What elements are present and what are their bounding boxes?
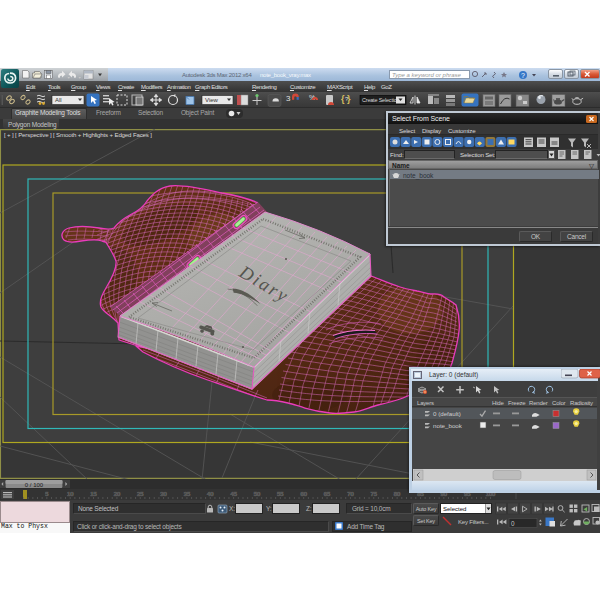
svg-text:35: 35 <box>184 491 190 497</box>
svg-text:40: 40 <box>207 491 213 497</box>
svg-text:[ + ] [ Perspective ] [ Smooth: [ + ] [ Perspective ] [ Smooth + Highlig… <box>4 131 152 138</box>
svg-text:25: 25 <box>137 491 143 497</box>
svg-text:75: 75 <box>371 491 377 497</box>
svg-text:20: 20 <box>114 491 120 497</box>
svg-text:0 / 100: 0 / 100 <box>25 482 44 488</box>
svg-text:50: 50 <box>254 491 260 497</box>
svg-text:30: 30 <box>160 491 166 497</box>
svg-text:?: ? <box>521 72 525 79</box>
svg-text:80: 80 <box>394 491 400 497</box>
svg-text:0 (default): 0 (default) <box>433 410 461 417</box>
svg-text:View: View <box>205 97 219 103</box>
svg-text:0: 0 <box>511 520 515 527</box>
svg-text:5: 5 <box>45 491 48 497</box>
svg-text:10: 10 <box>67 491 73 497</box>
svg-text:45: 45 <box>230 491 236 497</box>
svg-text:Key Filters...: Key Filters... <box>458 519 489 525</box>
svg-text:15: 15 <box>90 491 96 497</box>
svg-text:70: 70 <box>347 491 353 497</box>
svg-text:65: 65 <box>324 491 330 497</box>
svg-text:note_book: note_book <box>433 422 463 429</box>
svg-text:55: 55 <box>277 491 283 497</box>
svg-text:3: 3 <box>286 94 291 103</box>
svg-text:All: All <box>55 97 62 103</box>
svg-text:60: 60 <box>300 491 306 497</box>
